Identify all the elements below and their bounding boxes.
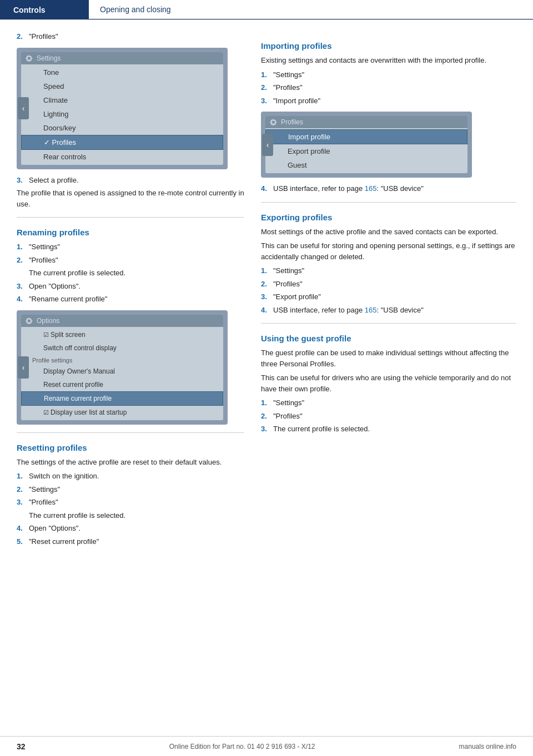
exporting-text2: This can be useful for storing and openi…: [261, 240, 516, 262]
imp-num4: 4.: [261, 183, 273, 194]
profiles-menu-list: Import profile Export profile Guest: [265, 128, 467, 173]
imp-num2: 2.: [261, 82, 273, 93]
menu-item-speed[interactable]: Speed: [21, 79, 223, 93]
exp-num2: 2.: [261, 279, 273, 290]
exporting-text1: Most settings of the active profile and …: [261, 226, 516, 238]
profiles-title-text: Profiles: [281, 118, 303, 126]
resetting-sub: The current profile is selected.: [29, 510, 244, 521]
settings-screen-inner: Settings Tone Speed Climate Lighting Doo…: [21, 52, 223, 165]
profiles-nav-left[interactable]: ‹: [262, 134, 273, 156]
opt-reset-profile[interactable]: Reset current profile: [21, 378, 223, 391]
profile-export[interactable]: Export profile: [265, 144, 467, 158]
options-gear-icon: [26, 317, 33, 325]
profiles-screen-inner: Profiles Import profile Export profile G…: [265, 116, 467, 173]
importing-step1: 1. "Settings": [261, 69, 516, 80]
imp-text3: "Import profile": [273, 95, 320, 107]
exp-text3: "Export profile": [273, 291, 321, 303]
options-nav-left[interactable]: ‹: [18, 356, 29, 379]
renaming-step4: 4. "Rename current profile": [17, 294, 244, 305]
exporting-page-link[interactable]: 165: [365, 306, 377, 314]
importing-page-link[interactable]: 165: [365, 184, 377, 193]
exp-text2: "Profiles": [273, 279, 303, 290]
menu-item-rear[interactable]: Rear controls: [21, 150, 223, 164]
importing-step4: 4. USB interface, refer to page 165: "US…: [261, 183, 516, 194]
resetting-step4: 4. Open "Options".: [17, 523, 244, 534]
importing-step2: 2. "Profiles": [261, 82, 516, 93]
exporting-title: Exporting profiles: [261, 213, 516, 222]
resetting-text: The settings of the active profile are r…: [17, 457, 244, 468]
exporting-step1: 1. "Settings": [261, 265, 516, 276]
renaming-step1: 1. "Settings": [17, 241, 244, 253]
guest-num2: 2.: [261, 411, 273, 422]
guest-step3: 3. The current profile is selected.: [261, 424, 516, 435]
imp-num1: 1.: [261, 69, 273, 80]
resetting-step5: 5. "Reset current profile": [17, 536, 244, 547]
guest-text2: This can be useful for drivers who are u…: [261, 372, 516, 394]
options-title-text: Options: [37, 317, 59, 325]
header-controls-tab[interactable]: Controls: [0, 0, 89, 19]
resetting-title: Resetting profiles: [17, 443, 244, 452]
renaming-step2: 2. "Profiles": [17, 255, 244, 266]
rs-num2: 2.: [17, 484, 29, 495]
main-content: 2. "Profiles" ‹ Settings Tone Speed Clim…: [0, 20, 533, 549]
profile-guest[interactable]: Guest: [265, 158, 467, 172]
importing-text: Existing settings and contacts are overw…: [261, 55, 516, 66]
opt-split-screen[interactable]: Split screen: [21, 328, 223, 341]
rs-text3: "Profiles": [29, 497, 58, 508]
rs-num3: 3.: [17, 497, 29, 508]
guest-text-1: "Settings": [273, 397, 304, 409]
guest-text-2: "Profiles": [273, 411, 303, 422]
r-text3: Open "Options".: [29, 281, 81, 292]
resetting-step1: 1. Switch on the ignition.: [17, 471, 244, 482]
exp-num3: 3.: [261, 291, 273, 303]
step3-num: 3.: [17, 175, 29, 186]
rs-num4: 4.: [17, 523, 29, 534]
divider1: [17, 217, 244, 218]
opt-switch-off[interactable]: Switch off control display: [21, 341, 223, 355]
rs-text2: "Settings": [29, 484, 60, 495]
step2-num: 2.: [17, 31, 29, 42]
r-num2: 2.: [17, 255, 29, 266]
menu-item-tone[interactable]: Tone: [21, 65, 223, 79]
divider2: [17, 432, 244, 433]
exp-text4: USB interface, refer to page 165: "USB d…: [273, 305, 424, 316]
rs-text1: Switch on the ignition.: [29, 471, 99, 482]
importing-step3: 3. "Import profile": [261, 95, 516, 107]
imp-num3: 3.: [261, 95, 273, 107]
menu-item-climate[interactable]: Climate: [21, 93, 223, 107]
resetting-step2: 2. "Settings": [17, 484, 244, 495]
opt-user-list[interactable]: Display user list at startup: [21, 406, 223, 419]
guest-step2: 2. "Profiles": [261, 411, 516, 422]
profile-import[interactable]: Import profile: [265, 129, 467, 144]
left-column: 2. "Profiles" ‹ Settings Tone Speed Clim…: [0, 31, 255, 549]
options-screen-inner: Options Split screen Switch off control …: [21, 315, 223, 420]
guest-num1: 1.: [261, 397, 273, 409]
profiles-title-bar: Profiles: [265, 116, 467, 128]
guest-text-3: The current profile is selected.: [273, 424, 370, 435]
left-step3: 3. Select a profile.: [17, 175, 244, 186]
opt-rename-profile[interactable]: Rename current profile: [21, 391, 223, 406]
r-text2: "Profiles": [29, 255, 58, 266]
rs-text5: "Reset current profile": [29, 536, 99, 547]
exporting-step2: 2. "Profiles": [261, 279, 516, 290]
page-footer: 32 Online Edition for Part no. 01 40 2 9…: [0, 736, 533, 756]
options-title-bar: Options: [21, 315, 223, 327]
exp-num4: 4.: [261, 305, 273, 316]
renaming-sub: The current profile is selected.: [29, 268, 244, 279]
left-step2: 2. "Profiles": [17, 31, 244, 42]
screen-nav-left[interactable]: ‹: [18, 97, 29, 119]
guest-step1: 1. "Settings": [261, 397, 516, 409]
header-opening-tab[interactable]: Opening and closing: [89, 0, 533, 19]
menu-item-profiles[interactable]: ✓ Profiles: [21, 135, 223, 150]
profiles-gear-icon: [270, 118, 278, 126]
opt-display-manual[interactable]: Display Owner's Manual: [21, 365, 223, 378]
settings-menu-list: Tone Speed Climate Lighting Doors/key ✓ …: [21, 64, 223, 165]
profile-assign-text: The profile that is opened is assigned t…: [17, 188, 244, 209]
exp-text1: "Settings": [273, 265, 304, 276]
menu-item-lighting[interactable]: Lighting: [21, 107, 223, 121]
r-text4: "Rename current profile": [29, 294, 107, 305]
menu-item-doors[interactable]: Doors/key: [21, 121, 223, 135]
options-menu-list: Split screen Switch off control display …: [21, 327, 223, 420]
imp-text1: "Settings": [273, 69, 304, 80]
r-text1: "Settings": [29, 241, 60, 253]
